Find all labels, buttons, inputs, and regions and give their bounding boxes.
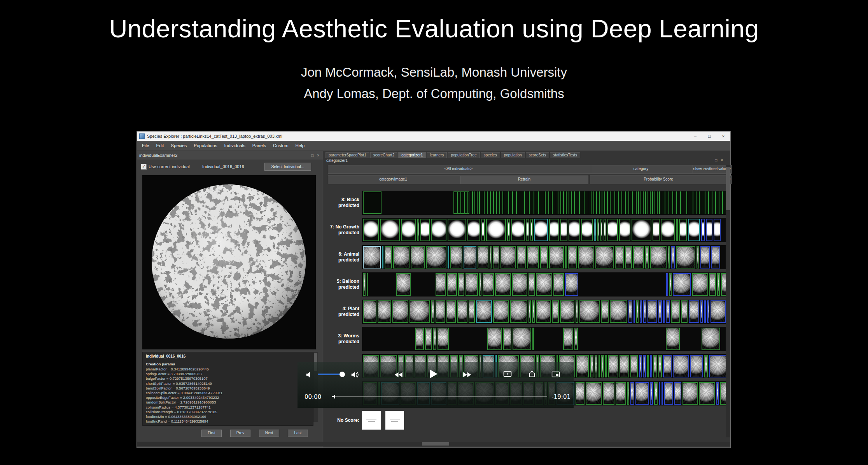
thumbnail[interactable] [457, 300, 467, 323]
tab-learners[interactable]: learners [427, 152, 447, 158]
use-current-checkbox[interactable]: ✓ [141, 164, 147, 170]
thumbnail[interactable] [604, 219, 606, 241]
thumbnail[interactable] [699, 382, 715, 405]
thumbnail[interactable] [553, 273, 564, 296]
thumbnail[interactable] [666, 273, 668, 296]
thumbnail[interactable] [676, 246, 695, 268]
thumbnail[interactable] [700, 300, 703, 323]
thumbnail[interactable] [666, 300, 670, 323]
menu-individuals[interactable]: Individuals [220, 141, 248, 151]
menu-populations[interactable]: Populations [190, 141, 220, 151]
thumbnail[interactable] [648, 300, 657, 323]
thumbnail[interactable] [396, 273, 411, 296]
tab-statisticsTests[interactable]: statisticsTests [550, 152, 580, 158]
thumbnail[interactable] [382, 246, 383, 268]
thumbnail[interactable] [662, 191, 682, 214]
thumbnail[interactable] [636, 300, 639, 323]
thumbnail[interactable] [576, 355, 589, 377]
thumbnail[interactable] [615, 246, 624, 268]
thumbnail[interactable] [363, 246, 381, 268]
thumbnail[interactable] [483, 273, 494, 296]
thumbnail[interactable] [393, 246, 410, 268]
thumbnail[interactable] [639, 355, 642, 377]
thumbnail[interactable] [702, 191, 726, 214]
thumbnail[interactable] [487, 328, 502, 350]
thumbnail[interactable] [363, 191, 382, 214]
thumbnail[interactable] [565, 273, 578, 296]
thumbnail[interactable] [520, 191, 542, 214]
thumbnail[interactable] [578, 246, 594, 268]
rewind-icon[interactable] [393, 370, 403, 380]
pip-icon[interactable] [551, 370, 560, 379]
thumbnail[interactable] [662, 382, 663, 405]
thumbnail[interactable] [586, 382, 602, 405]
thumbnail[interactable] [411, 246, 425, 268]
thumbnail[interactable] [563, 328, 573, 350]
thumbnail[interactable] [704, 355, 708, 377]
thumbnail[interactable] [425, 328, 432, 350]
thumbnail[interactable] [589, 191, 611, 214]
thumbnail[interactable] [594, 219, 596, 241]
category-dropdown[interactable]: category [591, 165, 696, 174]
thumbnail[interactable] [536, 300, 551, 323]
thumbnail[interactable] [447, 273, 457, 296]
thumbnail[interactable] [560, 300, 574, 323]
thumbnail[interactable] [367, 273, 368, 296]
thumbnail[interactable] [549, 246, 564, 268]
next-button[interactable]: Next [259, 430, 279, 437]
volume-icon[interactable] [305, 370, 314, 379]
thumbnail[interactable] [556, 191, 575, 214]
thumbnail[interactable] [601, 300, 609, 323]
thumbnail[interactable] [692, 273, 708, 296]
thumbnail[interactable] [716, 382, 719, 405]
volume-loud-icon[interactable] [350, 370, 359, 379]
vertical-scrollbar[interactable] [726, 165, 730, 437]
thumbnail[interactable] [540, 246, 548, 268]
thumbnail[interactable] [696, 246, 699, 268]
thumbnail[interactable] [669, 273, 672, 296]
thumbnail[interactable] [682, 191, 690, 214]
thumbnail[interactable] [689, 300, 699, 323]
thumbnail[interactable] [640, 300, 642, 323]
scrollbar-handle[interactable] [422, 442, 449, 446]
horizontal-scrollbar[interactable] [137, 442, 730, 446]
thumbnail[interactable] [478, 246, 488, 268]
thumbnail[interactable] [595, 355, 597, 377]
select-individual-button[interactable]: Select Individual... [264, 163, 311, 171]
thumbnail[interactable] [612, 191, 634, 214]
thumbnail[interactable] [650, 246, 667, 268]
thumbnail[interactable] [433, 328, 436, 350]
menu-panels[interactable]: Panels [249, 141, 270, 151]
prev-button[interactable]: Prev [230, 430, 250, 437]
play-icon[interactable] [426, 367, 440, 381]
tab-populationTree[interactable]: populationTree [448, 152, 480, 158]
thumbnail[interactable] [601, 355, 604, 377]
progress-playhead[interactable] [334, 395, 335, 398]
thumbnail[interactable] [528, 300, 531, 323]
thumbnail[interactable] [701, 219, 705, 241]
thumbnail[interactable] [467, 219, 480, 241]
thumbnail[interactable] [503, 328, 511, 350]
tab-categorizer1[interactable]: categorizer1 [398, 152, 426, 158]
tab-scoreChart2[interactable]: scoreChart2 [370, 152, 397, 158]
category-image-dropdown[interactable]: categoryImage1 [328, 175, 464, 184]
thumbnail[interactable] [605, 355, 607, 377]
thumbnail[interactable] [392, 300, 408, 323]
close-icon[interactable]: × [317, 153, 320, 158]
thumbnail[interactable] [569, 219, 580, 241]
thumbnail[interactable] [380, 219, 400, 241]
thumbnail[interactable] [410, 300, 430, 323]
thumbnail[interactable] [401, 219, 416, 241]
individual-image[interactable] [142, 175, 316, 349]
progress-bar[interactable] [332, 396, 547, 397]
thumbnail[interactable] [420, 219, 430, 241]
probability-score-dropdown[interactable]: Probability Score [590, 175, 732, 184]
thumbnail[interactable] [436, 273, 446, 296]
no-score-thumbnail[interactable] [362, 411, 381, 430]
thumbnail[interactable] [576, 300, 578, 323]
thumbnail[interactable] [481, 191, 505, 214]
scrollbar-handle[interactable] [726, 167, 730, 210]
thumbnail[interactable] [513, 328, 531, 350]
menu-help[interactable]: Help [292, 141, 308, 151]
thumbnail[interactable] [598, 355, 600, 377]
